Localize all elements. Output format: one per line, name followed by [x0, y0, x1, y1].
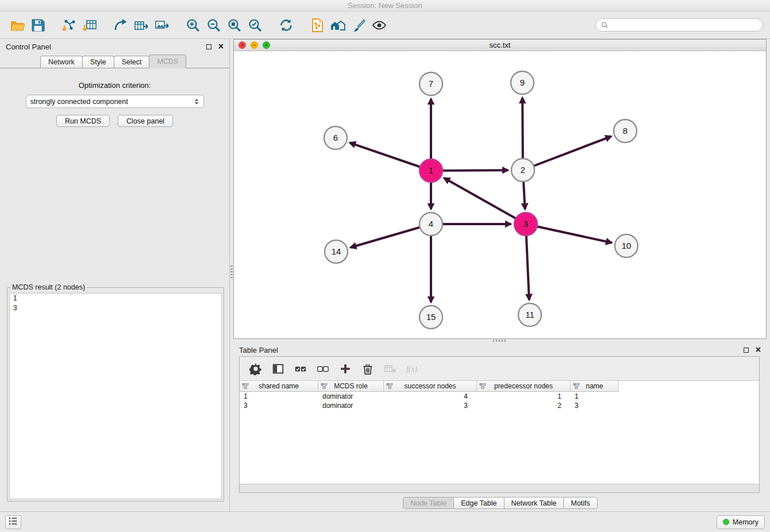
column-tree-icon: [573, 383, 580, 390]
tab-node-table[interactable]: Node Table: [403, 497, 454, 509]
network-edge-2-8[interactable]: [523, 136, 611, 170]
table-cell[interactable]: 1: [571, 392, 619, 401]
table-cell[interactable]: 2: [477, 401, 571, 410]
network-canvas[interactable]: 7968124314101511: [234, 51, 766, 338]
close-table-panel-icon[interactable]: [756, 345, 761, 354]
column-header-predecessor-nodes[interactable]: predecessor nodes: [477, 381, 571, 392]
show-hide-button[interactable]: [369, 15, 390, 36]
close-window-icon[interactable]: [238, 41, 246, 49]
table-cell[interactable]: 3: [240, 401, 318, 410]
table-settings-button[interactable]: [247, 360, 265, 378]
export-network-button[interactable]: [110, 15, 131, 36]
delete-table-button: [381, 360, 399, 378]
search-icon: [601, 21, 609, 29]
import-network-button[interactable]: [59, 15, 79, 36]
column-header-mcds-role[interactable]: MCDS role: [318, 381, 384, 392]
table-cell[interactable]: 3: [384, 401, 477, 410]
table-cell[interactable]: 1: [477, 392, 571, 401]
network-node-11[interactable]: 11: [518, 303, 541, 326]
table-cell[interactable]: dominator: [318, 401, 384, 410]
status-bar: Memory: [0, 511, 770, 532]
table-cell[interactable]: dominator: [318, 392, 384, 401]
network-node-3[interactable]: 3: [514, 213, 537, 236]
ndex-home-button[interactable]: [328, 15, 348, 36]
run-mcds-button[interactable]: Run MCDS: [56, 115, 110, 127]
tab-style[interactable]: Style: [82, 56, 114, 68]
show-panels-button[interactable]: [5, 515, 21, 529]
tab-network[interactable]: Network: [40, 56, 83, 68]
network-node-6[interactable]: 6: [324, 126, 347, 149]
mcds-result-item[interactable]: 3: [10, 303, 221, 313]
tab-select[interactable]: Select: [114, 56, 150, 68]
column-header-shared-name[interactable]: shared name: [240, 381, 318, 392]
column-header-name[interactable]: name: [571, 381, 619, 392]
zoom-fit-button[interactable]: [224, 15, 245, 36]
maximize-window-icon[interactable]: [263, 41, 270, 49]
network-node-14[interactable]: 14: [325, 240, 348, 263]
search-input[interactable]: [612, 21, 757, 29]
horizontal-splitter-handle[interactable]: [493, 340, 506, 342]
zoom-in-button[interactable]: [183, 15, 203, 36]
network-node-9[interactable]: 9: [511, 71, 534, 94]
apply-style-button[interactable]: [348, 15, 369, 36]
criterion-dropdown[interactable]: strongly connected component: [26, 95, 204, 108]
main-toolbar: [0, 11, 770, 39]
table-cell[interactable]: 4: [384, 392, 477, 401]
export-table-button[interactable]: [131, 15, 152, 36]
open-session-button[interactable]: [7, 15, 28, 36]
network-edge-1-6[interactable]: [350, 142, 431, 171]
table-row[interactable]: 1dominator411: [240, 392, 759, 401]
zoom-out-button[interactable]: [203, 15, 224, 36]
float-panel-icon[interactable]: [206, 44, 211, 49]
mcds-result-list[interactable]: 13: [9, 293, 222, 499]
table-cell[interactable]: 1: [240, 392, 318, 401]
close-panel-icon[interactable]: [218, 42, 224, 51]
network-edge-3-10[interactable]: [526, 224, 612, 242]
svg-text:6: 6: [333, 133, 338, 142]
column-header-label: MCDS role: [334, 382, 368, 390]
close-panel-button[interactable]: Close panel: [118, 115, 173, 127]
column-header-successor-nodes[interactable]: successor nodes: [384, 381, 477, 392]
new-network-from-selection-button[interactable]: [307, 15, 328, 36]
tab-motifs[interactable]: Motifs: [563, 497, 597, 509]
delete-column-button[interactable]: [359, 360, 377, 378]
select-all-columns-button[interactable]: [291, 360, 310, 378]
column-header-label: shared name: [259, 382, 299, 390]
apply-layout-button[interactable]: [276, 15, 297, 36]
save-session-button[interactable]: [28, 15, 48, 36]
minimize-window-icon[interactable]: [251, 41, 258, 49]
network-node-7[interactable]: 7: [419, 72, 442, 95]
column-header-label: successor nodes: [404, 382, 456, 390]
memory-button[interactable]: Memory: [717, 515, 765, 529]
search-box[interactable]: [595, 18, 763, 32]
column-tree-icon: [242, 383, 249, 390]
control-panel-body: Optimization criterion: strongly connect…: [0, 68, 229, 511]
network-edge-3-1[interactable]: [444, 178, 526, 224]
table-cell[interactable]: 3: [571, 401, 619, 410]
window-title: Session: New Session: [348, 1, 422, 10]
float-table-panel-icon[interactable]: [744, 348, 749, 353]
tab-network-table[interactable]: Network Table: [504, 497, 564, 509]
import-table-button[interactable]: [79, 15, 100, 36]
network-node-2[interactable]: 2: [511, 159, 534, 182]
network-node-1[interactable]: 1: [419, 159, 442, 182]
tab-edge-table[interactable]: Edge Table: [453, 497, 504, 509]
table-row[interactable]: 3dominator323: [240, 401, 759, 410]
tab-mcds[interactable]: MCDS: [149, 55, 186, 68]
mcds-result-item[interactable]: 1: [10, 294, 221, 303]
network-node-15[interactable]: 15: [419, 306, 442, 329]
column-header-label: predecessor nodes: [494, 382, 553, 390]
show-columns-button[interactable]: [269, 360, 287, 378]
vertical-splitter-handle[interactable]: [230, 265, 233, 278]
zoom-selected-button[interactable]: [245, 15, 265, 36]
control-panel-tabs: NetworkStyleSelectMCDS: [0, 54, 229, 68]
create-column-button[interactable]: [336, 360, 355, 378]
network-node-10[interactable]: 10: [615, 234, 638, 257]
table-horizontal-scrollbar[interactable]: [240, 484, 759, 492]
network-node-4[interactable]: 4: [419, 213, 442, 236]
network-node-8[interactable]: 8: [614, 119, 637, 142]
unselect-all-columns-button[interactable]: [314, 360, 332, 378]
network-edge-4-14[interactable]: [351, 224, 431, 248]
export-image-button[interactable]: [152, 15, 172, 36]
mcds-result-groupbox: MCDS result (2 nodes) 13: [7, 283, 224, 502]
